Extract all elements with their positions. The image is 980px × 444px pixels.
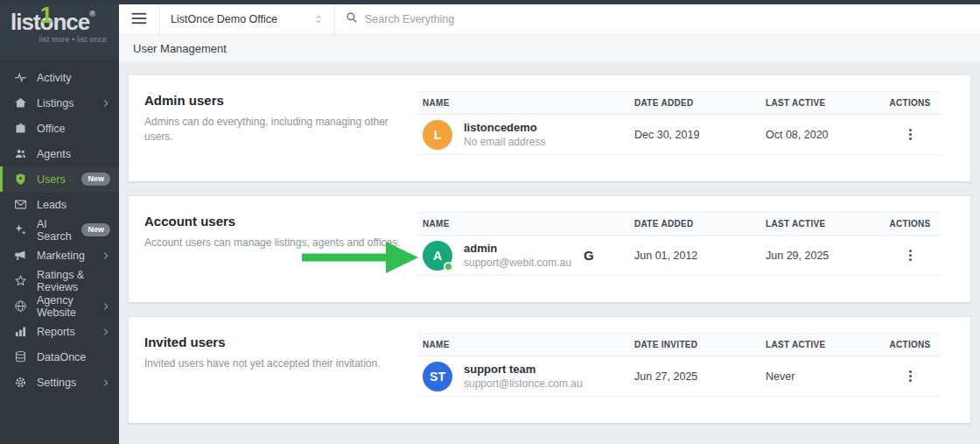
top-dark-strip bbox=[0, 0, 980, 4]
chevron-right-icon bbox=[102, 328, 110, 336]
account-users-table: NAME DATE ADDED LAST ACTIVE ACTIONS A ad… bbox=[417, 212, 941, 276]
ratings-star-icon bbox=[14, 274, 28, 288]
sidebar-item-label: Activity bbox=[37, 72, 72, 84]
sidebar-item-label: Users bbox=[37, 173, 66, 186]
sidebar-item-agency-website[interactable]: Agency Website bbox=[0, 293, 119, 319]
logo-block: listo1nce® list more • list once bbox=[0, 0, 119, 60]
row-actions-kebab-button[interactable] bbox=[897, 122, 923, 148]
sidebar-item-listings[interactable]: Listings bbox=[0, 90, 119, 116]
last-active-value: Oct 08, 2020 bbox=[766, 129, 879, 141]
user-email: support@webit.com.au bbox=[464, 256, 571, 270]
page-title-bar: User Management bbox=[119, 35, 980, 63]
column-header-name: NAME bbox=[417, 219, 634, 229]
user-name: admin bbox=[464, 241, 571, 257]
activity-icon bbox=[14, 71, 28, 85]
sidebar-item-users[interactable]: Users New bbox=[0, 166, 119, 192]
admin-users-table: NAME DATE ADDED LAST ACTIVE ACTIONS L li… bbox=[417, 91, 941, 155]
column-header-name: NAME bbox=[417, 340, 634, 349]
google-account-icon: G bbox=[584, 248, 594, 263]
row-actions-kebab-button[interactable] bbox=[897, 243, 923, 269]
search-input[interactable] bbox=[365, 13, 970, 25]
table-row: ST support team support@listonce.com.au … bbox=[417, 356, 941, 397]
sidebar-item-leads[interactable]: Leads bbox=[0, 192, 119, 217]
user-email: support@listonce.com.au bbox=[464, 377, 583, 391]
sidebar-item-label: Settings bbox=[37, 377, 76, 389]
kebab-icon bbox=[909, 254, 912, 257]
logo-text-post: nce bbox=[52, 9, 89, 35]
date-invited-value: Jun 27, 2025 bbox=[634, 370, 766, 383]
column-header-actions: ACTIONS bbox=[879, 219, 941, 229]
office-selector-value: ListOnce Demo Office bbox=[171, 13, 277, 25]
table-header-row: NAME DATE ADDED LAST ACTIVE ACTIONS bbox=[417, 212, 941, 236]
settings-gear-icon bbox=[14, 376, 28, 390]
global-search bbox=[335, 4, 980, 34]
registered-mark: ® bbox=[89, 10, 95, 18]
account-users-card: Account users Account users can manage l… bbox=[128, 195, 971, 303]
sidebar-item-dataonce[interactable]: DataOnce bbox=[0, 344, 119, 370]
column-header-date-invited: DATE INVITED bbox=[634, 340, 766, 349]
logo-text-pre: list bbox=[10, 9, 40, 35]
column-header-actions: ACTIONS bbox=[879, 98, 941, 108]
avatar: A bbox=[423, 241, 452, 271]
sidebar-item-label: Agency Website bbox=[37, 294, 102, 319]
user-name: listoncedemo bbox=[464, 120, 545, 136]
user-name: support team bbox=[464, 362, 583, 377]
logo-one-accent: 1 bbox=[40, 4, 52, 26]
sidebar-item-agents[interactable]: Agents bbox=[0, 141, 119, 166]
admin-users-card: Admin users Admins can do everything, in… bbox=[128, 74, 971, 182]
sidebar-item-label: Reports bbox=[37, 326, 75, 338]
avatar: L bbox=[423, 120, 452, 150]
section-description: Admins can do everything, including mana… bbox=[144, 115, 417, 144]
kebab-icon bbox=[909, 375, 912, 377]
ai-search-sparkles-icon bbox=[14, 223, 28, 237]
agents-icon bbox=[14, 147, 28, 161]
section-title: Account users bbox=[144, 214, 417, 229]
column-header-date-added: DATE ADDED bbox=[634, 98, 766, 108]
chevron-right-icon bbox=[102, 378, 110, 387]
row-actions-kebab-button[interactable] bbox=[897, 363, 923, 390]
agency-website-globe-icon bbox=[14, 300, 28, 314]
section-title: Invited users bbox=[144, 335, 417, 349]
table-row: L listoncedemo No email address Dec 30, … bbox=[417, 115, 941, 155]
search-icon bbox=[346, 11, 365, 27]
sidebar-item-marketing[interactable]: Marketing bbox=[0, 243, 119, 268]
table-row: A admin support@webit.com.au G Jun 01, 2… bbox=[417, 236, 941, 276]
sidebar-item-label: Agents bbox=[37, 148, 71, 160]
chevron-right-icon bbox=[102, 302, 110, 311]
date-added-value: Dec 30, 2019 bbox=[634, 129, 766, 141]
avatar: ST bbox=[423, 362, 452, 391]
office-selector[interactable]: ListOnce Demo Office bbox=[160, 4, 335, 34]
column-header-last-active: LAST ACTIVE bbox=[766, 98, 879, 108]
sidebar-item-settings[interactable]: Settings bbox=[0, 370, 119, 395]
office-icon bbox=[14, 122, 28, 136]
sidebar-item-reports[interactable]: Reports bbox=[0, 319, 119, 344]
listings-icon bbox=[14, 96, 28, 110]
top-header: ListOnce Demo Office bbox=[119, 4, 980, 35]
column-header-last-active: LAST ACTIVE bbox=[766, 219, 879, 229]
sidebar-item-label: AI Search bbox=[37, 218, 81, 243]
online-status-dot bbox=[444, 262, 453, 271]
invited-users-table: NAME DATE INVITED LAST ACTIVE ACTIONS ST… bbox=[417, 333, 941, 397]
column-header-date-added: DATE ADDED bbox=[634, 219, 766, 229]
select-arrows-icon bbox=[313, 14, 324, 25]
marketing-megaphone-icon bbox=[14, 249, 28, 263]
kebab-icon bbox=[909, 133, 912, 136]
sidebar-item-label: Ratings & Reviews bbox=[37, 269, 110, 293]
listonce-logo: listo1nce® bbox=[10, 11, 110, 33]
sidebar-item-ai-search[interactable]: AI Search New bbox=[0, 217, 119, 243]
table-header-row: NAME DATE INVITED LAST ACTIVE ACTIONS bbox=[417, 333, 941, 356]
section-title: Admin users bbox=[144, 93, 417, 108]
dataonce-database-icon bbox=[14, 350, 28, 364]
sidebar-item-ratings-reviews[interactable]: Ratings & Reviews bbox=[0, 268, 119, 293]
last-active-value: Never bbox=[766, 370, 879, 383]
logo-tagline: list more • list once bbox=[10, 35, 110, 44]
sidebar-item-office[interactable]: Office bbox=[0, 116, 119, 141]
sidebar-item-label: Office bbox=[37, 123, 65, 135]
new-badge: New bbox=[81, 173, 110, 186]
section-description: Invited users have not yet accepted thei… bbox=[144, 356, 417, 371]
new-badge: New bbox=[81, 223, 110, 236]
sidebar-item-label: Marketing bbox=[37, 250, 85, 262]
users-shield-icon bbox=[14, 173, 28, 187]
hamburger-menu-button[interactable] bbox=[119, 4, 160, 34]
sidebar-item-activity[interactable]: Activity bbox=[0, 65, 119, 90]
